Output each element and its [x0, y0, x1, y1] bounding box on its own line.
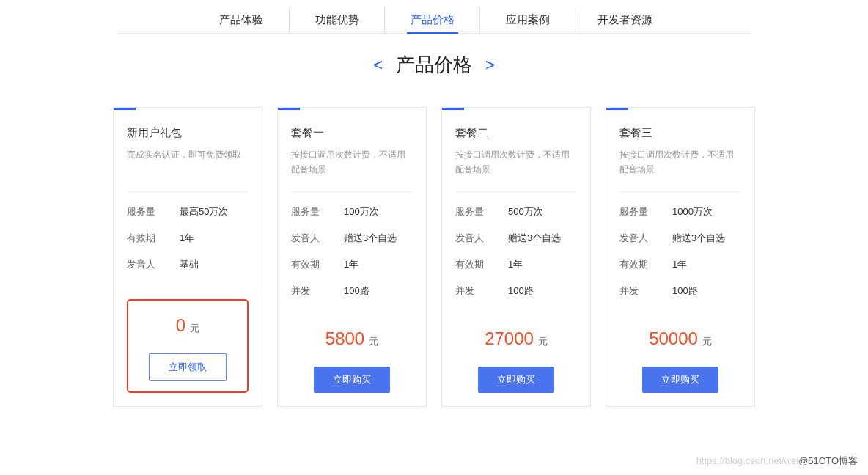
- price-unit: 元: [702, 335, 712, 348]
- spec-value: 赠送3个自选: [508, 232, 561, 245]
- nav-tab-1[interactable]: 功能优势: [289, 7, 384, 33]
- spec-label: 服务量: [455, 205, 508, 218]
- price-amount: 5800: [326, 328, 364, 349]
- spec-label: 服务量: [291, 205, 344, 218]
- spec-row: 有效期1年: [127, 232, 249, 245]
- spec-value: 1年: [344, 258, 358, 271]
- spec-row: 发音人赠送3个自选: [291, 232, 413, 245]
- card-divider: [619, 191, 741, 192]
- spec-label: 有效期: [291, 258, 344, 271]
- spec-label: 服务量: [619, 205, 672, 218]
- nav-tab-2[interactable]: 产品价格: [384, 7, 479, 33]
- spec-value: 赠送3个自选: [344, 232, 397, 245]
- buy-button[interactable]: 立即购买: [478, 367, 554, 393]
- spec-row: 并发100路: [619, 284, 741, 298]
- spec-label: 并发: [291, 284, 344, 298]
- card-footer: 50000元立即购买: [619, 314, 741, 393]
- spec-value: 1年: [180, 232, 194, 245]
- spec-value: 100万次: [344, 205, 379, 218]
- card-footer: 0元立即领取: [127, 284, 249, 393]
- spec-value: 最高50万次: [180, 205, 228, 218]
- spec-row: 并发100路: [291, 284, 413, 298]
- spec-value: 100路: [344, 284, 369, 298]
- card-title: 套餐三: [619, 126, 741, 140]
- card-body: 套餐一按接口调用次数计费，不适用配音场景服务量100万次发音人赠送3个自选有效期…: [278, 126, 426, 406]
- spec-row: 有效期1年: [619, 258, 741, 271]
- card-divider: [455, 191, 577, 192]
- card-subtitle: 完成实名认证，即可免费领取: [127, 147, 249, 178]
- spec-row: 发音人基础: [127, 258, 249, 271]
- nav-tab-4[interactable]: 开发者资源: [575, 7, 674, 33]
- buy-button[interactable]: 立即购买: [314, 367, 390, 393]
- card-accent: [114, 108, 136, 110]
- price-unit: 元: [190, 322, 199, 335]
- watermark: https://blog.csdn.net/wei@51CTO博客: [696, 454, 858, 468]
- spec-value: 1年: [672, 258, 687, 271]
- card-subtitle: 按接口调用次数计费，不适用配音场景: [455, 147, 577, 178]
- card-accent: [442, 108, 464, 110]
- spec-row: 发音人赠送3个自选: [619, 232, 741, 245]
- claim-button[interactable]: 立即领取: [149, 353, 227, 381]
- spec-label: 发音人: [291, 232, 344, 245]
- buy-button[interactable]: 立即购买: [642, 367, 718, 393]
- spec-label: 发音人: [619, 232, 672, 245]
- spec-row: 有效期1年: [291, 258, 413, 271]
- nav-tabs: 产品体验功能优势产品价格应用案例开发者资源: [117, 0, 751, 34]
- pricing-card-0: 新用户礼包完成实名认证，即可免费领取服务量最高50万次有效期1年发音人基础0元立…: [113, 107, 262, 407]
- price-amount: 27000: [485, 328, 534, 349]
- spec-value: 1年: [508, 258, 523, 271]
- price-row: 50000元: [619, 328, 741, 349]
- spec-label: 有效期: [127, 232, 180, 245]
- spec-value: 赠送3个自选: [672, 232, 725, 245]
- price-unit: 元: [538, 335, 548, 348]
- card-title: 套餐一: [291, 126, 413, 140]
- spec-label: 有效期: [619, 258, 672, 271]
- card-divider: [127, 191, 249, 192]
- spec-label: 并发: [619, 284, 672, 298]
- card-footer: 5800元立即购买: [291, 314, 413, 393]
- spec-row: 服务量1000万次: [619, 205, 741, 218]
- spec-label: 发音人: [127, 258, 180, 271]
- spec-row: 有效期1年: [455, 258, 577, 271]
- spec-row: 发音人赠送3个自选: [455, 232, 577, 245]
- nav-tab-0[interactable]: 产品体验: [194, 7, 289, 33]
- price-amount: 50000: [649, 328, 698, 349]
- pricing-card-3: 套餐三按接口调用次数计费，不适用配音场景服务量1000万次发音人赠送3个自选有效…: [606, 107, 755, 407]
- spec-value: 基础: [180, 258, 199, 271]
- pricing-card-1: 套餐一按接口调用次数计费，不适用配音场景服务量100万次发音人赠送3个自选有效期…: [277, 107, 427, 407]
- spec-label: 有效期: [455, 258, 508, 271]
- card-body: 新用户礼包完成实名认证，即可免费领取服务量最高50万次有效期1年发音人基础0元立…: [114, 126, 262, 406]
- nav-tab-3[interactable]: 应用案例: [479, 7, 575, 33]
- spec-row: 服务量100万次: [291, 205, 413, 218]
- card-accent: [278, 108, 300, 110]
- chevron-left-icon: <: [373, 56, 383, 75]
- spec-row: 并发100路: [455, 284, 577, 298]
- chevron-right-icon: >: [485, 56, 495, 75]
- spec-row: 服务量最高50万次: [127, 205, 249, 218]
- card-divider: [291, 191, 413, 192]
- spec-value: 100路: [672, 284, 698, 298]
- spec-value: 1000万次: [672, 205, 713, 218]
- highlight-box: 0元立即领取: [127, 299, 249, 393]
- spec-row: 服务量500万次: [455, 205, 577, 218]
- spec-value: 100路: [508, 284, 534, 298]
- card-body: 套餐三按接口调用次数计费，不适用配音场景服务量1000万次发音人赠送3个自选有效…: [606, 126, 754, 406]
- pricing-card-2: 套餐二按接口调用次数计费，不适用配音场景服务量500万次发音人赠送3个自选有效期…: [441, 107, 591, 407]
- page-heading-text: 产品价格: [396, 52, 472, 78]
- spec-label: 并发: [455, 284, 508, 298]
- price-row: 5800元: [291, 328, 413, 349]
- pricing-cards: 新用户礼包完成实名认证，即可免费领取服务量最高50万次有效期1年发音人基础0元立…: [0, 96, 868, 407]
- spec-label: 服务量: [127, 205, 180, 218]
- card-title: 新用户礼包: [127, 126, 249, 140]
- spec-label: 发音人: [455, 232, 508, 245]
- price-amount: 0: [176, 315, 185, 336]
- spec-value: 500万次: [508, 205, 543, 218]
- card-subtitle: 按接口调用次数计费，不适用配音场景: [619, 147, 741, 178]
- card-subtitle: 按接口调用次数计费，不适用配音场景: [291, 147, 413, 178]
- price-row: 0元: [139, 315, 237, 336]
- watermark-dark: @51CTO博客: [798, 455, 858, 466]
- watermark-faint: https://blog.csdn.net/wei: [696, 455, 798, 466]
- price-unit: 元: [369, 335, 378, 348]
- card-accent: [606, 108, 628, 110]
- card-footer: 27000元立即购买: [455, 314, 577, 393]
